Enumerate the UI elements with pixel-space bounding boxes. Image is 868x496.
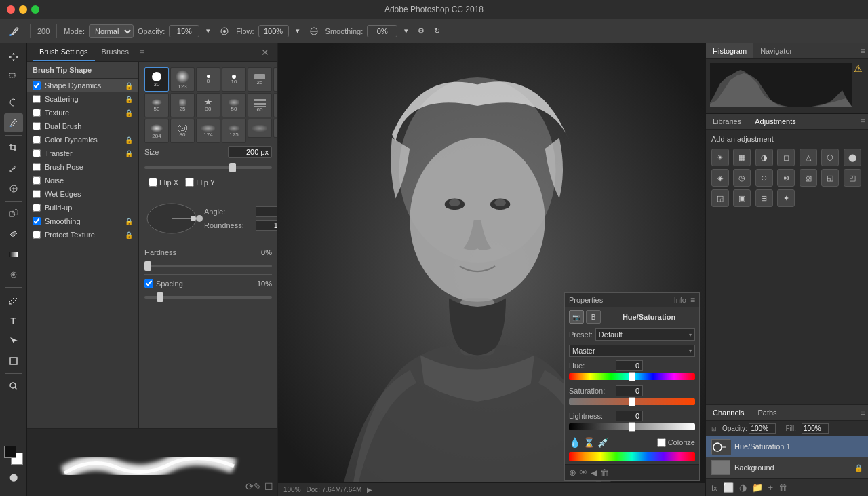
prop-prev-btn[interactable]: ◀ <box>591 468 597 478</box>
properties-menu-btn[interactable]: ≡ <box>690 295 695 305</box>
properties-camera-btn[interactable]: 📷 <box>569 310 584 324</box>
brush-preset-13[interactable]: 100 <box>273 93 277 117</box>
shape-tool[interactable] <box>4 351 23 370</box>
mode-select[interactable]: Normal <box>89 24 134 38</box>
lightness-value-input[interactable] <box>616 411 643 421</box>
brush-preset-18[interactable]: 175 <box>222 119 246 143</box>
noise-item[interactable]: Noise <box>27 174 138 187</box>
histogram-tab[interactable]: Histogram <box>706 43 753 58</box>
angle-value-input[interactable] <box>256 206 277 217</box>
texture-item[interactable]: Texture 🔒 <box>27 106 138 119</box>
adj-solid-btn[interactable]: ◲ <box>711 189 729 207</box>
properties-bw-btn[interactable]: B <box>586 310 601 324</box>
build-up-check[interactable] <box>33 204 41 212</box>
shape-dynamics-item[interactable]: Shape Dynamics 🔒 <box>27 79 138 92</box>
adjustments-tab[interactable]: Adjustments <box>748 114 803 129</box>
hue-value-input[interactable] <box>616 360 643 371</box>
flow-arrow-btn[interactable]: ▾ <box>293 25 302 37</box>
brush-tool-btn[interactable] <box>5 24 23 39</box>
shape-dynamics-check[interactable] <box>33 81 41 90</box>
tab-brushes[interactable]: Brushes <box>95 43 136 61</box>
brush-preset-19[interactable] <box>248 119 272 138</box>
protect-texture-item[interactable]: Protect Texture 🔒 <box>27 228 138 242</box>
brush-tool[interactable] <box>4 113 23 132</box>
roundness-value-input[interactable] <box>256 220 277 231</box>
brush-preset-6[interactable]: 112 <box>273 67 277 92</box>
foreground-swatch[interactable] <box>4 446 16 458</box>
flip-x-check[interactable] <box>149 178 157 187</box>
adj-vibrance-btn[interactable]: △ <box>800 149 817 166</box>
channels-tab[interactable]: Channels <box>706 405 751 420</box>
adj-levels-btn[interactable]: ▦ <box>733 149 751 166</box>
panel-collapse-btn[interactable]: ≡ <box>136 43 149 61</box>
layer-delete-btn[interactable]: 🗑 <box>777 481 789 494</box>
angle-btn[interactable]: ↻ <box>431 25 443 37</box>
layer-adj-btn[interactable]: ◑ <box>738 481 748 494</box>
saturation-value-input[interactable] <box>616 385 643 396</box>
flow-input[interactable] <box>258 25 289 37</box>
smoothing-check[interactable] <box>33 217 41 225</box>
smoothing-item[interactable]: Smoothing 🔒 <box>27 214 138 228</box>
sat-thumb[interactable] <box>629 397 635 406</box>
brush-preset-5[interactable]: 25 <box>248 67 272 92</box>
wet-edges-item[interactable]: Wet Edges <box>27 187 138 201</box>
adj-pattern-btn[interactable]: ▣ <box>733 189 751 207</box>
preset-dropdown[interactable]: Default ▾ <box>595 328 695 341</box>
adj-huesat-btn[interactable]: ⬡ <box>821 149 839 166</box>
brush-preset-3[interactable]: 8 <box>196 67 220 92</box>
gear-btn[interactable]: ⚙ <box>415 25 427 37</box>
path-select-tool[interactable] <box>4 331 23 350</box>
opacity-input[interactable] <box>169 25 199 37</box>
layer-fx-btn[interactable]: fx <box>710 481 719 494</box>
quick-mask-btn[interactable]: ⬤ <box>4 468 23 487</box>
zoom-tool[interactable] <box>4 377 23 396</box>
build-up-item[interactable]: Build-up <box>27 201 138 214</box>
adj-menu-btn[interactable]: ≡ <box>861 117 865 126</box>
size-slider[interactable] <box>144 166 272 169</box>
brush-preset-15[interactable]: 284 <box>144 119 169 143</box>
brush-preset-20[interactable] <box>273 119 277 138</box>
scattering-item[interactable]: Scattering 🔒 <box>27 92 138 106</box>
select-tool[interactable] <box>4 68 23 87</box>
prop-vis-btn[interactable]: 👁 <box>579 468 588 478</box>
smoothing-input[interactable] <box>367 25 397 37</box>
clone-tool[interactable] <box>4 204 23 223</box>
prop-clip-btn[interactable]: ⊕ <box>569 468 576 478</box>
dual-brush-item[interactable]: Dual Brush <box>27 119 138 133</box>
layer-background[interactable]: Background 🔒 <box>706 457 868 478</box>
adj-channel-btn[interactable]: ⊙ <box>755 169 773 187</box>
size-input[interactable] <box>228 146 272 158</box>
brush-preset-11[interactable]: 50 <box>222 93 246 117</box>
adj-invert-btn[interactable]: ⊗ <box>777 169 795 187</box>
adj-extra1-btn[interactable]: ⊞ <box>755 189 773 207</box>
adj-photo-btn[interactable]: ◷ <box>733 169 751 187</box>
brush-preset-10[interactable]: 30 <box>196 93 220 117</box>
light-thumb[interactable] <box>629 422 635 432</box>
scattering-check[interactable] <box>33 95 41 103</box>
angle-diagram[interactable] <box>144 191 199 246</box>
brush-preset-2[interactable]: 123 <box>170 67 195 92</box>
fill-input[interactable] <box>802 423 829 434</box>
minimize-button[interactable] <box>19 5 27 14</box>
opacity-arrow-btn[interactable]: ▾ <box>203 25 213 37</box>
opacity-input-layers[interactable] <box>749 423 776 434</box>
brush-preset-9[interactable]: 25 <box>170 93 195 117</box>
heal-tool[interactable] <box>4 179 23 198</box>
properties-title-tab[interactable]: Properties <box>569 296 674 304</box>
adj-gradient-btn[interactable]: ◰ <box>844 169 861 187</box>
adj-thresh-btn[interactable]: ◱ <box>821 169 839 187</box>
hue-thumb[interactable] <box>629 372 635 381</box>
brush-panel-close-btn[interactable]: ✕ <box>258 43 272 61</box>
gradient-tool[interactable] <box>4 245 23 264</box>
pressure-btn[interactable] <box>217 25 232 37</box>
wet-edges-check[interactable] <box>33 190 41 198</box>
channel-dropdown[interactable]: Master ▾ <box>569 345 695 357</box>
adj-bw-btn[interactable]: ◈ <box>711 169 729 187</box>
layer-hue-sat[interactable]: Hue/Saturation 1 <box>706 436 868 457</box>
sat-slider-track[interactable] <box>569 398 695 405</box>
adj-poster-btn[interactable]: ▧ <box>800 169 817 187</box>
prop-delete-btn[interactable]: 🗑 <box>600 468 609 478</box>
dual-brush-check[interactable] <box>33 122 41 130</box>
airbrush-btn[interactable] <box>307 25 321 37</box>
noise-check[interactable] <box>33 176 41 185</box>
